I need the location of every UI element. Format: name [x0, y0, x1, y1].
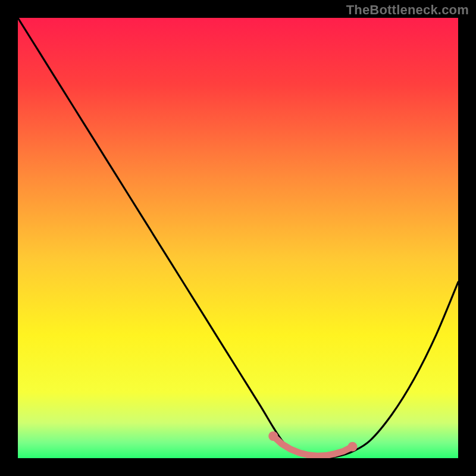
optimal-range-markers — [268, 431, 357, 456]
optimal-range-band — [273, 436, 352, 456]
watermark-text: TheBottleneck.com — [346, 2, 469, 18]
chart-frame: TheBottleneck.com — [0, 0, 476, 476]
optimal-range-end-dot — [268, 431, 278, 441]
optimal-range-end-dot — [347, 442, 357, 452]
plot-area — [18, 18, 458, 458]
bottleneck-curve — [18, 18, 458, 458]
curve-layer — [18, 18, 458, 458]
